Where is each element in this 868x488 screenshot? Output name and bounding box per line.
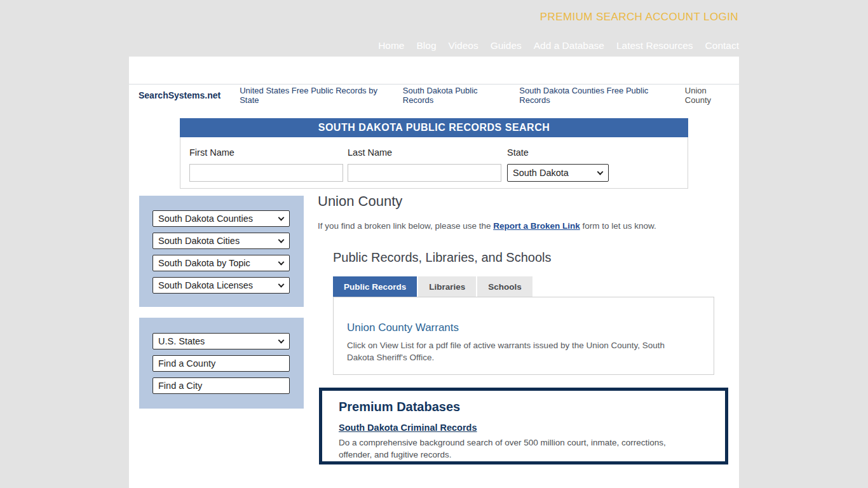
- sd-counties-select[interactable]: South Dakota Counties: [153, 210, 290, 227]
- breadcrumb-current: Union County: [685, 86, 730, 105]
- breadcrumb-link-sd-counties[interactable]: South Dakota Counties Free Public Record…: [519, 86, 666, 105]
- page: PREMIUM SEARCH ACCOUNT LOGIN Home Blog V…: [0, 0, 868, 488]
- tab-public-records[interactable]: Public Records: [333, 276, 417, 297]
- sd-licenses-select[interactable]: South Dakota Licenses: [153, 277, 290, 294]
- sd-criminal-records-link[interactable]: South Dakota Criminal Records: [339, 423, 477, 433]
- page-title: Union County: [318, 193, 402, 210]
- nav-item-add-database[interactable]: Add a Database: [534, 40, 604, 51]
- last-name-input[interactable]: [348, 164, 501, 182]
- first-name-label: First Name: [189, 147, 234, 158]
- state-select-wrap: South Dakota: [507, 164, 609, 182]
- tab-libraries[interactable]: Libraries: [418, 276, 476, 297]
- find-county-input[interactable]: [153, 355, 290, 372]
- top-nav: Home Blog Videos Guides Add a Database L…: [378, 40, 739, 51]
- public-records-panel: Union County Warrants Click on View List…: [333, 297, 714, 375]
- search-form-title: SOUTH DAKOTA PUBLIC RECORDS SEARCH: [318, 122, 550, 133]
- broken-link-suffix: form to let us know.: [580, 221, 656, 231]
- tab-schools[interactable]: Schools: [477, 276, 532, 297]
- sd-counties-select-wrap: South Dakota Counties: [153, 210, 290, 227]
- report-broken-link[interactable]: Report a Broken Link: [493, 221, 580, 231]
- nav-item-latest-resources[interactable]: Latest Resources: [616, 40, 693, 51]
- broken-link-prefix: If you find a broken link below, please …: [318, 221, 493, 231]
- nav-item-blog[interactable]: Blog: [417, 40, 437, 51]
- sd-licenses-select-wrap: South Dakota Licenses: [153, 277, 290, 294]
- search-form-body: First Name Last Name State South Dakota: [180, 137, 688, 189]
- tab-bar: Public Records Libraries Schools: [333, 276, 532, 297]
- search-form-header: SOUTH DAKOTA PUBLIC RECORDS SEARCH: [180, 118, 688, 137]
- premium-databases-title: Premium Databases: [339, 400, 709, 414]
- site-logo-text[interactable]: SearchSystems.net: [139, 90, 220, 100]
- nav-item-home[interactable]: Home: [378, 40, 404, 51]
- public-records-search-form: SOUTH DAKOTA PUBLIC RECORDS SEARCH First…: [180, 118, 688, 189]
- section-title: Public Records, Libraries, and Schools: [333, 250, 552, 265]
- state-label: State: [507, 147, 529, 158]
- warrants-description: Click on View List for a pdf file of act…: [347, 339, 687, 363]
- state-select[interactable]: South Dakota: [507, 164, 609, 182]
- breadcrumb-link-sd-records[interactable]: South Dakota Public Records: [403, 86, 500, 105]
- union-county-warrants-link[interactable]: Union County Warrants: [347, 322, 459, 334]
- sidebar-sd-navigation: South Dakota Counties South Dakota Citie…: [139, 196, 304, 307]
- sd-cities-select-wrap: South Dakota Cities: [153, 233, 290, 249]
- broken-link-notice: If you find a broken link below, please …: [318, 221, 656, 231]
- premium-login-link[interactable]: PREMIUM SEARCH ACCOUNT LOGIN: [540, 11, 738, 24]
- us-states-select-wrap: U.S. States: [153, 333, 290, 349]
- content-sheet: SearchSystems.net United States Free Pub…: [129, 57, 739, 488]
- sidebar-us-navigation: U.S. States: [139, 318, 304, 409]
- premium-description: Do a comprehensive background search of …: [339, 437, 695, 461]
- nav-item-contact[interactable]: Contact: [705, 40, 739, 51]
- breadcrumb: SearchSystems.net United States Free Pub…: [129, 84, 739, 105]
- nav-item-videos[interactable]: Videos: [449, 40, 478, 51]
- find-city-input[interactable]: [153, 377, 290, 394]
- sd-cities-select[interactable]: South Dakota Cities: [153, 233, 290, 249]
- first-name-input[interactable]: [189, 164, 343, 182]
- nav-item-guides[interactable]: Guides: [491, 40, 522, 51]
- us-states-select[interactable]: U.S. States: [153, 333, 290, 349]
- sd-topic-select[interactable]: South Dakota by Topic: [153, 255, 290, 271]
- breadcrumb-link-us-records[interactable]: United States Free Public Records by Sta…: [240, 86, 384, 105]
- sd-topic-select-wrap: South Dakota by Topic: [153, 255, 290, 271]
- premium-databases-box: Premium Databases South Dakota Criminal …: [319, 388, 728, 464]
- last-name-label: Last Name: [348, 147, 392, 158]
